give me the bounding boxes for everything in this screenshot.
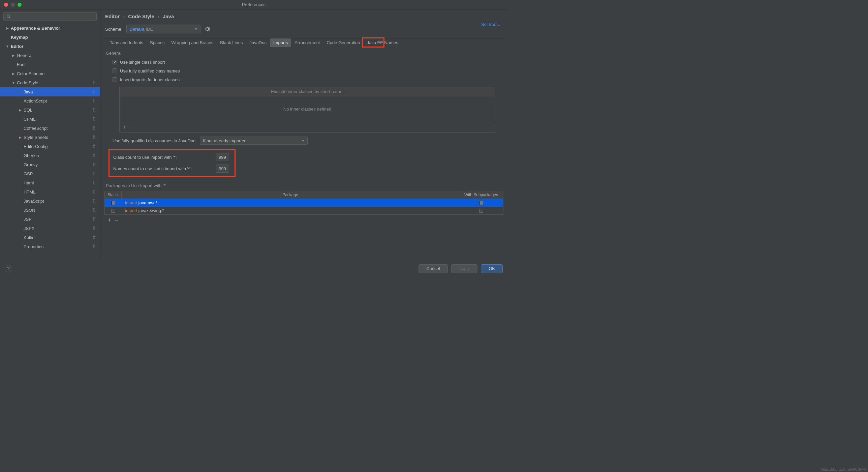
exclude-inner-title: Exclude inner classes by short name: <box>120 87 495 96</box>
use-single-class-import-checkbox[interactable] <box>113 60 117 64</box>
tabs: Tabs and IndentsSpacesWrapping and Brace… <box>104 38 504 47</box>
static-checkbox[interactable] <box>111 201 115 205</box>
add-package-button[interactable]: + <box>108 217 112 224</box>
sidebar-item-coffeescript[interactable]: CoffeeScript <box>0 124 100 133</box>
breadcrumb-java: Java <box>163 13 174 19</box>
sidebar-item-label: JSPX <box>24 226 35 231</box>
copy-icon <box>92 180 96 186</box>
copy-icon <box>92 162 96 168</box>
sidebar-item-keymap[interactable]: Keymap <box>0 33 100 42</box>
sidebar-item-label: Color Scheme <box>17 71 44 76</box>
help-button[interactable]: ? <box>5 265 12 272</box>
sidebar-item-editor[interactable]: ▼Editor <box>0 42 100 51</box>
sidebar-item-properties[interactable]: Properties <box>0 242 100 251</box>
sidebar-item-jspx[interactable]: JSPX <box>0 224 100 233</box>
tab-code-generation[interactable]: Code Generation <box>323 38 363 47</box>
sidebar-item-code-style[interactable]: ▼Code Style <box>0 78 100 87</box>
javadoc-fqcn-value: If not already imported <box>203 138 246 143</box>
copy-icon <box>92 235 96 240</box>
table-row[interactable]: import javax.swing.* <box>105 207 503 214</box>
breadcrumb-sep: › <box>123 13 125 19</box>
sidebar-item-groovy[interactable]: Groovy <box>0 160 100 169</box>
copy-icon <box>92 89 96 95</box>
search-input[interactable] <box>3 12 97 21</box>
chevron-down-icon: ▼ <box>301 139 305 143</box>
gear-icon[interactable] <box>205 26 210 32</box>
remove-package-button[interactable]: − <box>115 217 119 224</box>
use-single-class-import-label: Use single class import <box>120 60 165 65</box>
minimize-window-button[interactable] <box>11 3 15 7</box>
subpackages-checkbox[interactable] <box>479 201 483 205</box>
package-cell: import javax.swing.* <box>122 208 459 213</box>
sidebar-item-label: HTML <box>24 189 35 195</box>
close-window-button[interactable] <box>4 3 8 7</box>
sidebar-item-label: Style Sheets <box>24 135 48 140</box>
static-checkbox[interactable] <box>111 209 115 213</box>
tab-tabs-and-indents[interactable]: Tabs and Indents <box>106 38 147 47</box>
remove-button[interactable]: − <box>131 124 134 130</box>
tab-imports[interactable]: Imports <box>270 38 291 47</box>
breadcrumb-codestyle[interactable]: Code Style <box>128 13 154 19</box>
sidebar-item-label: Java <box>24 89 33 94</box>
sidebar-item-style-sheets[interactable]: ▶Style Sheets <box>0 133 100 142</box>
column-subpackages[interactable]: With Subpackages <box>459 191 503 199</box>
sidebar-item-label: Haml <box>24 180 34 185</box>
tab-java-ee-names[interactable]: Java EE Names <box>364 38 402 47</box>
copy-icon <box>92 171 96 177</box>
expand-arrow-icon: ▼ <box>5 45 9 48</box>
tab-javadoc[interactable]: JavaDoc <box>246 38 270 47</box>
maximize-window-button[interactable] <box>18 3 22 7</box>
class-count-label: Class count to use import with '*': <box>113 155 213 160</box>
expand-arrow-icon: ▶ <box>18 108 22 112</box>
copy-icon <box>92 208 96 213</box>
sidebar-item-label: JavaScript <box>24 199 44 204</box>
copy-icon <box>92 199 96 204</box>
tab-arrangement[interactable]: Arrangement <box>291 38 323 47</box>
sidebar-item-java[interactable]: Java <box>0 87 100 96</box>
column-static[interactable]: Static <box>105 191 122 199</box>
tab-blank-lines[interactable]: Blank Lines <box>217 38 246 47</box>
subpackages-checkbox[interactable] <box>479 209 483 213</box>
packages-table: Static Package With Subpackages import j… <box>104 191 503 215</box>
tab-wrapping-and-braces[interactable]: Wrapping and Braces <box>168 38 217 47</box>
sidebar-item-font[interactable]: Font <box>0 60 100 69</box>
sidebar-tree: ▶Appearance & BehaviorKeymap▼Editor▶Gene… <box>0 24 100 261</box>
ok-button[interactable]: OK <box>481 264 503 273</box>
sidebar-item-label: EditorConfig <box>24 144 48 149</box>
sidebar-item-label: JSON <box>24 208 35 213</box>
add-button[interactable]: + <box>123 124 126 130</box>
sidebar-item-actionscript[interactable]: ActionScript <box>0 96 100 106</box>
cancel-button[interactable]: Cancel <box>418 264 447 273</box>
use-fqcn-checkbox[interactable] <box>113 68 117 73</box>
sidebar-item-kotlin[interactable]: Kotlin <box>0 233 100 242</box>
names-count-input[interactable] <box>216 165 229 173</box>
table-row[interactable]: import java.awt.* <box>105 199 503 207</box>
sidebar-item-appearance-behavior[interactable]: ▶Appearance & Behavior <box>0 24 100 33</box>
sidebar-item-json[interactable]: JSON <box>0 206 100 215</box>
sidebar-item-general[interactable]: ▶General <box>0 51 100 60</box>
sidebar-item-color-scheme[interactable]: ▶Color Scheme <box>0 69 100 78</box>
apply-button[interactable]: Apply <box>451 264 478 273</box>
sidebar-item-jsp[interactable]: JSP <box>0 215 100 224</box>
sidebar-item-cfml[interactable]: CFML <box>0 115 100 124</box>
sidebar-item-label: Groovy <box>24 162 38 167</box>
copy-icon <box>92 144 96 149</box>
sidebar-item-gsp[interactable]: GSP <box>0 169 100 178</box>
copy-icon <box>92 189 96 195</box>
sidebar-item-sql[interactable]: ▶SQL <box>0 106 100 115</box>
scheme-select[interactable]: Default IDE ▼ <box>126 25 200 33</box>
copy-icon <box>92 108 96 113</box>
column-package[interactable]: Package <box>122 191 459 199</box>
breadcrumb-editor[interactable]: Editor <box>105 13 120 19</box>
insert-inner-checkbox[interactable] <box>113 77 117 82</box>
sidebar-item-haml[interactable]: Haml <box>0 178 100 187</box>
sidebar-item-editorconfig[interactable]: EditorConfig <box>0 142 100 151</box>
window-title: Preferences <box>242 2 266 7</box>
javadoc-fqcn-select[interactable]: If not already imported ▼ <box>200 137 308 145</box>
set-from-link[interactable]: Set from... <box>481 22 501 27</box>
sidebar-item-html[interactable]: HTML <box>0 187 100 197</box>
tab-spaces[interactable]: Spaces <box>147 38 168 47</box>
class-count-input[interactable] <box>216 153 229 161</box>
sidebar-item-javascript[interactable]: JavaScript <box>0 197 100 206</box>
sidebar-item-gherkin[interactable]: Gherkin <box>0 151 100 160</box>
